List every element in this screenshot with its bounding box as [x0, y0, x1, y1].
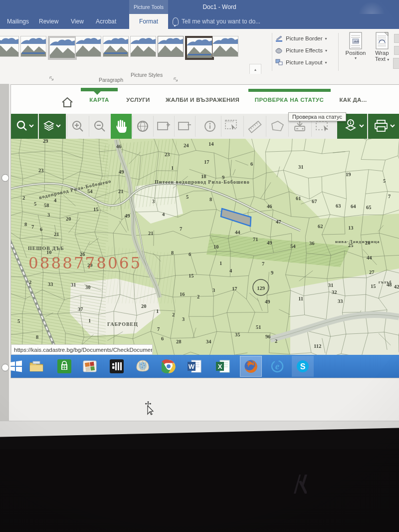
nav-item-zhalbi[interactable]: ЖАЛБИ И ВЪЗРАЖЕНИЯ — [166, 97, 239, 103]
measure-position-tool[interactable] — [221, 114, 243, 139]
parcel-number: 58 — [44, 203, 49, 208]
parcel-number: 18 — [201, 174, 206, 179]
layers-icon — [42, 119, 62, 133]
parcel-number: 42 — [394, 284, 399, 289]
zoom-rect-in-tool[interactable] — [153, 114, 174, 139]
parcel-number: 23 — [38, 168, 44, 173]
parcel-number: 15 — [189, 273, 194, 278]
parcel-number: 6 — [161, 336, 164, 341]
measure-distance-tool[interactable] — [243, 114, 266, 139]
mouse-cursor — [144, 401, 156, 416]
zoom-in-tool[interactable] — [67, 114, 88, 139]
zoom-rect-out-tool[interactable] — [174, 114, 195, 139]
cadastre-map[interactable]: 129 294624231234954212558415332044987657… — [11, 139, 399, 355]
picture-style-thumbnail[interactable] — [212, 36, 238, 57]
parcel-number: 2 — [22, 195, 25, 201]
picture-layout-button[interactable]: Picture Layout▾ — [275, 57, 338, 68]
parcel-number: 15 — [93, 207, 99, 212]
wrap-text-button[interactable]: Wrap Text ▾ — [371, 32, 393, 62]
measure-area-tool[interactable] — [266, 114, 288, 139]
dialog-launcher-icon[interactable] — [174, 77, 178, 82]
parcel-number: 112 — [314, 343, 321, 349]
parcel-number: 2 — [275, 338, 277, 344]
file-explorer-button[interactable] — [25, 356, 47, 377]
pan-tool-active[interactable] — [111, 114, 132, 139]
dashed-select-icon — [315, 119, 331, 133]
dialog-launcher-icon[interactable] — [49, 76, 54, 81]
info-tool[interactable] — [200, 114, 220, 139]
internet-explorer-button[interactable]: e — [266, 356, 288, 377]
parcel-number: 24 — [184, 143, 189, 148]
picture-style-thumbnail[interactable] — [75, 36, 101, 57]
tab-acrobat[interactable]: Acrobat — [96, 14, 116, 29]
nav-item-kak-da[interactable]: КАК ДА... — [339, 97, 367, 103]
predator-logo — [292, 472, 310, 497]
picture-style-thumbnail[interactable] — [185, 36, 214, 60]
excel-button[interactable]: X — [212, 356, 234, 377]
hand-icon — [115, 119, 127, 133]
folder-icon — [29, 360, 44, 373]
partial-button — [394, 46, 399, 55]
picture-style-thumbnail[interactable] — [158, 36, 184, 57]
tab-view[interactable]: View — [71, 14, 84, 29]
parcel-number: 7 — [388, 194, 391, 199]
picture-effects-button[interactable]: Picture Effects▾ — [275, 45, 338, 56]
picture-style-thumbnail[interactable] — [48, 36, 77, 60]
store-icon — [57, 359, 71, 373]
parcel-number: 6 — [40, 227, 42, 232]
parcel-number: 49 — [267, 240, 272, 246]
tab-mailings[interactable]: Mailings — [7, 14, 29, 29]
ribbon: ▲ ▼ ⍗ Picture Border▾ Picture Effects▾ P… — [0, 29, 399, 74]
parcel-number: 49 — [125, 213, 130, 219]
zoom-in-icon — [71, 120, 84, 133]
picture-style-thumbnail[interactable] — [103, 36, 129, 57]
print-button[interactable] — [368, 114, 399, 139]
parcel-number: 21 — [54, 232, 59, 237]
position-button[interactable]: Position ▾ — [342, 32, 369, 60]
picture-border-icon — [275, 35, 283, 42]
zoom-out-tool[interactable] — [89, 114, 110, 139]
place-name: нива-Ланджурица — [335, 239, 380, 244]
stats-app-button[interactable] — [106, 356, 128, 377]
svg-text:X: X — [218, 363, 222, 370]
gallery-up-icon[interactable]: ▲ — [250, 64, 261, 75]
skype-button[interactable]: S — [292, 356, 314, 377]
search-tool-button[interactable] — [11, 114, 38, 139]
chrome-button[interactable] — [158, 356, 180, 377]
photo-gallery-button[interactable] — [79, 356, 101, 377]
chrome-icon — [162, 359, 176, 373]
place-name: ГАБРОВЕЦ — [107, 321, 138, 327]
picture-effects-icon — [275, 47, 283, 54]
inserted-screenshot-picture[interactable]: КАРТА УСЛУГИ ЖАЛБИ И ВЪЗРАЖЕНИЯ ПРОВЕРКА… — [11, 85, 399, 378]
info-icon — [203, 120, 216, 133]
parcel-number: 7 — [31, 224, 34, 230]
parcel-number: 31 — [328, 282, 334, 288]
nav-item-uslugi[interactable]: УСЛУГИ — [126, 97, 150, 103]
word-button[interactable]: W — [184, 356, 205, 377]
layers-tool-button[interactable] — [39, 114, 66, 139]
picture-style-thumbnail[interactable] — [0, 36, 19, 57]
parcel-number: 20 — [141, 303, 147, 309]
tab-format-active[interactable]: Format — [129, 14, 168, 29]
windows-store-button[interactable] — [53, 356, 75, 377]
parcel-number: 5 — [34, 201, 36, 207]
tab-review[interactable]: Review — [39, 14, 58, 29]
search-icon — [14, 120, 34, 133]
parcel-number: 23 — [165, 152, 170, 157]
tell-me-box[interactable]: Tell me what you want to do... — [173, 14, 260, 29]
picture-style-thumbnail[interactable] — [130, 36, 156, 57]
parcel-number: 14 — [208, 141, 214, 147]
picture-style-thumbnail[interactable] — [20, 36, 46, 57]
wrap-text-icon — [375, 32, 389, 50]
nav-item-proverka-status[interactable]: ПРОВЕРКА НА СТАТУС — [255, 97, 324, 103]
home-icon[interactable] — [61, 97, 74, 108]
picture-border-button[interactable]: Picture Border▾ — [275, 33, 338, 44]
nav-item-karta[interactable]: КАРТА — [89, 97, 109, 103]
start-button[interactable] — [5, 356, 27, 377]
firefox-button-active[interactable] — [240, 356, 262, 377]
globe-tool[interactable] — [132, 114, 153, 139]
parcel-number: 7 — [262, 261, 264, 266]
shell-app-button[interactable] — [132, 356, 154, 377]
picture-resize-handle[interactable] — [1, 174, 9, 182]
place-name: ПЕШОВ ДЪБ — [28, 246, 64, 251]
